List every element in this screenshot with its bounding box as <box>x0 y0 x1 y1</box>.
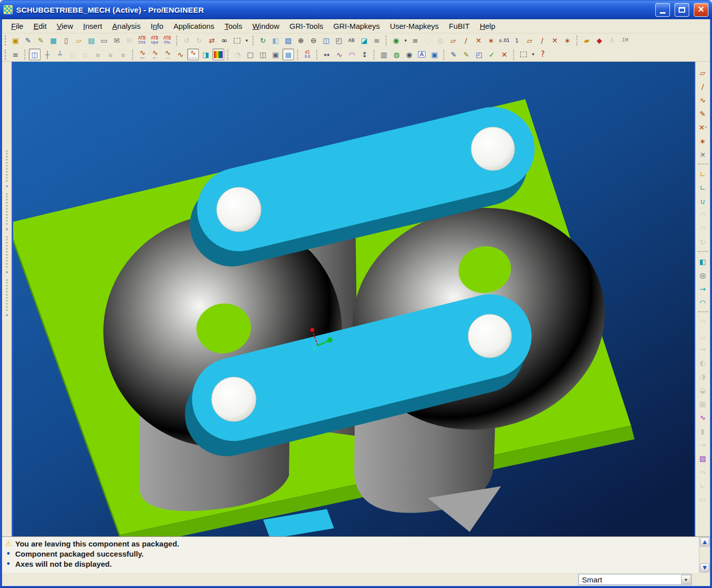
refit-icon[interactable]: ◫ <box>320 35 332 47</box>
redo-icon[interactable]: ↻ <box>193 35 205 47</box>
undo-icon[interactable]: ↺ <box>181 35 192 47</box>
measure-icon[interactable]: ↔ <box>321 49 332 60</box>
pattern-tool-icon[interactable]: ▦ <box>697 398 708 409</box>
axis-display-icon[interactable]: / <box>536 35 548 47</box>
merge-tool-icon[interactable]: ◑ <box>697 370 708 382</box>
select-items-icon[interactable] <box>518 49 529 60</box>
wireframe-icon[interactable]: □ <box>244 49 256 60</box>
text-style-icon[interactable]: A <box>606 35 618 47</box>
message-scrollbar[interactable]: ▲ ▼ <box>699 537 710 573</box>
menu-insert[interactable]: Insert <box>78 20 107 32</box>
offset-curve-icon[interactable]: ∟ <box>697 182 708 193</box>
model-size-icon[interactable]: ↕ <box>359 49 370 60</box>
menu-edit[interactable]: Edit <box>28 20 52 32</box>
close-button[interactable]: ✕ <box>694 3 708 17</box>
menu-user-mapkeys[interactable]: User-Mapkeys <box>385 20 444 32</box>
edit-properties-icon[interactable]: ✎ <box>448 49 459 60</box>
atb-update-icon[interactable]: ATBUpd <box>149 35 160 47</box>
dimension-values-icon[interactable]: d10.0 <box>302 49 313 60</box>
file-erase-icon[interactable]: ✎ <box>35 35 47 47</box>
minimize-button[interactable] <box>655 3 670 17</box>
menu-file[interactable]: File <box>6 20 28 32</box>
swept-blend-icon[interactable]: ◠ <box>697 223 708 234</box>
zoom-in-icon[interactable]: ⊕ <box>295 35 307 47</box>
datum-display-icon[interactable]: ◉ <box>390 35 402 47</box>
reorient-icon[interactable]: ◰ <box>333 35 345 47</box>
performance-icon[interactable]: ◔ <box>232 49 243 60</box>
use-edge-icon[interactable]: ∟ <box>697 168 708 180</box>
style-tool-icon[interactable]: ◠ <box>697 316 708 327</box>
line-style-solid-icon[interactable]: ∿── <box>137 49 148 60</box>
datum-curve-tool-icon[interactable]: ∿ <box>697 94 708 106</box>
no-hidden-icon[interactable]: ▣ <box>270 49 281 60</box>
plane-tag-display-icon[interactable]: ▱ <box>447 35 459 47</box>
fill-tool-icon[interactable]: ▨ <box>697 452 708 464</box>
display-filters-icon[interactable]: ≡ <box>409 35 421 47</box>
bottom-link-left-pin[interactable] <box>212 377 256 422</box>
extrude-tool-icon[interactable]: ◧ <box>697 256 708 267</box>
tree-filter-suppressed-icon[interactable]: ▪ <box>105 49 116 60</box>
model-notes-icon[interactable]: ◆ <box>594 35 605 47</box>
select-flyout-chevron-icon[interactable]: ▾ <box>530 49 536 60</box>
plane-display-icon[interactable]: ▱ <box>524 35 535 47</box>
top-connecting-link-part[interactable] <box>239 149 493 209</box>
open-object-icon[interactable]: ▱ <box>73 35 85 47</box>
tree-filter-notes-icon[interactable]: ▪ <box>117 49 129 60</box>
appearance-palette-icon[interactable] <box>213 49 224 60</box>
context-help-icon[interactable]: ? <box>537 49 549 60</box>
tree-show-sections-icon[interactable]: ▫ <box>79 49 91 60</box>
trim-tool-icon[interactable]: ∟ <box>697 480 708 491</box>
object-erase-icon[interactable]: ✎ <box>460 49 472 60</box>
freestyle-tool-icon[interactable]: ◡ <box>697 329 708 341</box>
measure-point-icon[interactable]: ✕ <box>697 149 708 160</box>
hidden-line-icon[interactable]: ◫ <box>257 49 269 60</box>
folder-check-icon[interactable]: ▣ <box>10 35 21 47</box>
selection-filter-combobox[interactable]: Smart ▾ <box>578 574 692 585</box>
extend-tool-icon[interactable]: → <box>697 439 708 450</box>
maximize-button[interactable] <box>675 3 689 17</box>
menu-view[interactable]: View <box>52 20 78 32</box>
bottom-link-right-pin[interactable] <box>468 314 512 358</box>
point-display-icon[interactable]: ✕ <box>549 35 561 47</box>
layers-icon[interactable]: ≡ <box>371 35 383 47</box>
csys-tool-icon[interactable]: ∗ <box>697 135 708 147</box>
line-style-dashdot-icon[interactable]: ∿─ · <box>149 49 161 60</box>
annotation-orientation-icon[interactable]: 1 <box>511 35 523 47</box>
boundary-blend-icon[interactable]: ◠ <box>697 297 708 308</box>
surface-cylinder-icon[interactable]: ▮ <box>697 425 708 437</box>
tolerance-display-icon[interactable]: ±.01 <box>498 35 510 47</box>
sketch-tool-icon[interactable]: ✎ <box>697 108 708 119</box>
datum-axis-tool-icon[interactable]: / <box>697 80 708 92</box>
new-object-icon[interactable]: ▯ <box>60 35 72 47</box>
toolbar-drag-handle[interactable] <box>5 35 7 46</box>
annotation-flip-icon[interactable]: ≡ <box>10 49 21 60</box>
collapsed-toolbar-chevron[interactable]: › <box>6 279 8 318</box>
helical-sweep-icon[interactable]: ↻ <box>697 236 708 248</box>
mapkeys-icon[interactable]: A <box>416 49 428 60</box>
revolve-tool-icon[interactable]: ◎ <box>697 269 708 281</box>
save-copy-icon[interactable]: ▦ <box>48 35 59 47</box>
datum-flyout-chevron-icon[interactable]: ▾ <box>403 35 408 47</box>
model-tree-toggle-icon[interactable]: ◫ <box>29 49 40 60</box>
spin-center-off-icon[interactable]: ◌ <box>422 35 434 47</box>
mirror-tool-icon[interactable]: ◐ <box>697 357 708 368</box>
zoom-out-icon[interactable]: ⊖ <box>308 35 319 47</box>
swap-surface-icon[interactable]: ◨ <box>200 49 212 60</box>
select-region-icon[interactable] <box>231 35 243 47</box>
atb-check-links-icon[interactable]: ATBChL <box>161 35 173 47</box>
image-capture-icon[interactable]: ◉ <box>403 49 415 60</box>
scroll-up-button[interactable]: ▲ <box>700 537 709 547</box>
regenerate-icon[interactable]: ⇄ <box>206 35 218 47</box>
view-manager-icon[interactable]: ◪ <box>358 35 370 47</box>
related-links-icon[interactable]: ✉ <box>123 35 135 47</box>
tree-filter-components-icon[interactable]: ▪ <box>92 49 104 60</box>
menu-analysis[interactable]: Analysis <box>107 20 146 32</box>
print-icon[interactable]: ▭ <box>98 35 110 47</box>
new-window-icon[interactable]: ◰ <box>473 49 485 60</box>
csys-display-icon[interactable]: ∗ <box>562 35 573 47</box>
selection-filter-dropdown-button[interactable]: ▾ <box>681 575 691 584</box>
style-curve-icon[interactable]: ∿ <box>697 411 708 423</box>
menu-applications[interactable]: Applications <box>169 20 220 32</box>
spin-center-icon[interactable]: ↻ <box>257 35 269 47</box>
tree-show-features-icon[interactable]: ▫ <box>67 49 78 60</box>
